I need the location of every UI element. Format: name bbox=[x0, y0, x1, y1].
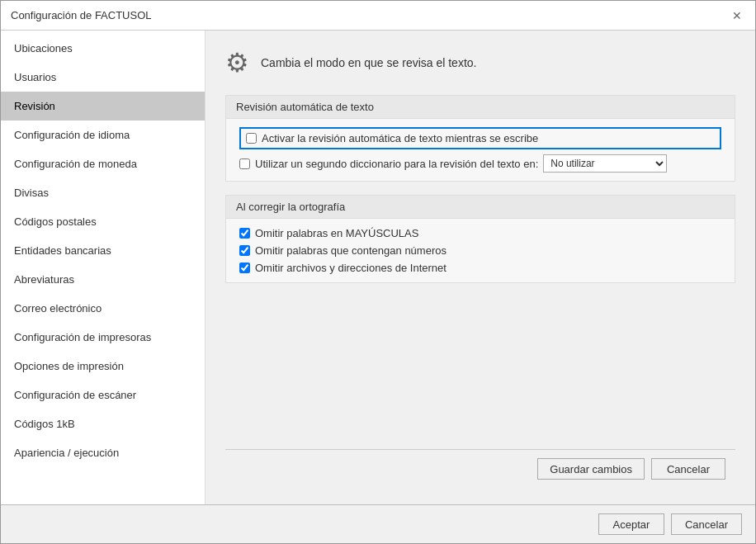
content-header-text: Cambia el modo en que se revisa el texto… bbox=[261, 56, 476, 69]
main-content: ⚙ Cambia el modo en que se revisa el tex… bbox=[206, 31, 755, 504]
cancel-footer-button[interactable]: Cancelar bbox=[671, 513, 742, 535]
section-revision-automatica: Revisión automática de texto Activar la … bbox=[225, 95, 735, 182]
sidebar-item-revision[interactable]: Revisión bbox=[1, 92, 205, 121]
close-button[interactable]: ✕ bbox=[729, 7, 745, 24]
dialog-body: UbicacionesUsuariosRevisiónConfiguración… bbox=[1, 31, 755, 504]
segundo-diccionario-checkbox[interactable] bbox=[239, 158, 250, 169]
sidebar-item-codigos-1kb[interactable]: Códigos 1kB bbox=[1, 409, 205, 438]
sidebar-item-entidades-bancarias[interactable]: Entidades bancarias bbox=[1, 236, 205, 265]
gear-icon: ⚙ bbox=[225, 47, 249, 78]
section-revision-automatica-header: Revisión automática de texto bbox=[226, 96, 735, 119]
sidebar: UbicacionesUsuariosRevisiónConfiguración… bbox=[1, 31, 206, 504]
omitir-numeros-row: Omitir palabras que contengan números bbox=[239, 244, 721, 257]
section-revision-automatica-body: Activar la revisión automática de texto … bbox=[226, 119, 735, 181]
content-header: ⚙ Cambia el modo en que se revisa el tex… bbox=[225, 47, 735, 78]
sidebar-item-correo-electronico[interactable]: Correo electrónico bbox=[1, 294, 205, 323]
accept-button[interactable]: Aceptar bbox=[598, 513, 664, 535]
omitir-mayusculas-row: Omitir palabras en MAYÚSCULAS bbox=[239, 227, 721, 239]
omitir-internet-checkbox[interactable] bbox=[239, 263, 250, 273]
activar-revision-label: Activar la revisión automática de texto … bbox=[262, 132, 538, 144]
sidebar-item-usuarios[interactable]: Usuarios bbox=[1, 63, 205, 92]
omitir-mayusculas-label: Omitir palabras en MAYÚSCULAS bbox=[255, 227, 418, 239]
title-bar: Configuración de FACTUSOL ✕ bbox=[1, 1, 755, 31]
activar-revision-checkbox[interactable] bbox=[246, 133, 257, 144]
section-ortografia-body: Omitir palabras en MAYÚSCULAS Omitir pal… bbox=[226, 219, 735, 282]
omitir-numeros-label: Omitir palabras que contengan números bbox=[255, 244, 447, 257]
inner-buttons: Guardar cambios Cancelar bbox=[225, 449, 735, 488]
segundo-diccionario-label: Utilizar un segundo diccionario para la … bbox=[255, 158, 538, 170]
save-button[interactable]: Guardar cambios bbox=[537, 458, 645, 480]
section-ortografia-header: Al corregir la ortografía bbox=[226, 196, 735, 219]
cancel-inner-button[interactable]: Cancelar bbox=[651, 458, 725, 480]
sidebar-item-config-impresoras[interactable]: Configuración de impresoras bbox=[1, 323, 205, 352]
segundo-diccionario-row: Utilizar un segundo diccionario para la … bbox=[239, 154, 721, 173]
omitir-internet-row: Omitir archivos y direcciones de Interne… bbox=[239, 262, 721, 274]
sidebar-item-codigos-postales[interactable]: Códigos postales bbox=[1, 207, 205, 236]
sidebar-item-apariencia-ejecucion[interactable]: Apariencia / ejecución bbox=[1, 438, 205, 467]
dialog-footer: Aceptar Cancelar bbox=[1, 504, 755, 543]
omitir-numeros-checkbox[interactable] bbox=[239, 245, 250, 256]
diccionario-select[interactable]: No utilizar bbox=[543, 154, 667, 173]
sidebar-item-config-escaner[interactable]: Configuración de escáner bbox=[1, 381, 205, 409]
sidebar-item-ubicaciones[interactable]: Ubicaciones bbox=[1, 34, 205, 63]
dialog-window: Configuración de FACTUSOL ✕ UbicacionesU… bbox=[0, 0, 756, 544]
sidebar-item-divisas[interactable]: Divisas bbox=[1, 178, 205, 207]
section-ortografia: Al corregir la ortografía Omitir palabra… bbox=[225, 195, 735, 283]
activar-revision-row: Activar la revisión automática de texto … bbox=[239, 127, 721, 149]
dialog-title: Configuración de FACTUSOL bbox=[11, 9, 152, 21]
sidebar-item-config-idioma[interactable]: Configuración de idioma bbox=[1, 121, 205, 149]
sidebar-item-abreviaturas[interactable]: Abreviaturas bbox=[1, 265, 205, 294]
sidebar-item-config-moneda[interactable]: Configuración de moneda bbox=[1, 149, 205, 178]
sidebar-item-opciones-impresion[interactable]: Opciones de impresión bbox=[1, 352, 205, 381]
omitir-internet-label: Omitir archivos y direcciones de Interne… bbox=[255, 262, 447, 274]
omitir-mayusculas-checkbox[interactable] bbox=[239, 228, 250, 239]
